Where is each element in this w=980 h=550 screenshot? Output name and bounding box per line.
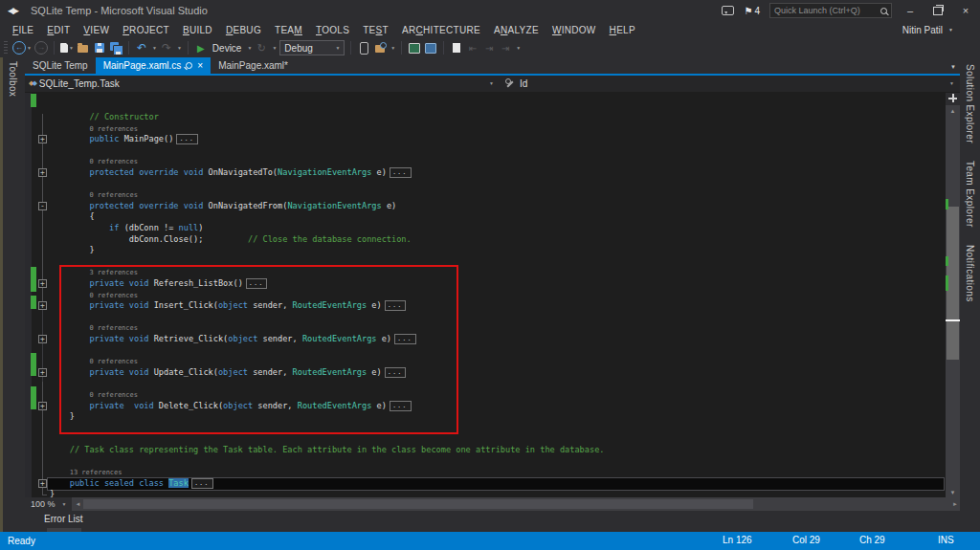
scroll-left-icon[interactable]: ◄ bbox=[72, 501, 80, 507]
vertical-scrollbar[interactable]: ▲ ▼ bbox=[946, 93, 960, 497]
zoom-select[interactable]: 100 % ▼ bbox=[25, 499, 72, 509]
fold-toggle-icon[interactable]: + bbox=[38, 279, 47, 288]
pin-icon[interactable] bbox=[186, 62, 192, 69]
tab-sqlite-temp[interactable]: SQLite Temp bbox=[25, 57, 96, 74]
find-in-files-icon[interactable] bbox=[375, 45, 385, 53]
code-line[interactable]: if (dbConn != null) bbox=[50, 223, 203, 234]
toolbar-overflow-icon[interactable]: ▼ bbox=[516, 45, 521, 51]
chevron-down-icon[interactable]: ▼ bbox=[272, 45, 277, 51]
navigate-backward-icon[interactable]: ← bbox=[12, 41, 26, 55]
menu-item[interactable]: VIEW bbox=[77, 23, 116, 37]
menu-item[interactable]: EDIT bbox=[40, 23, 77, 37]
code-line[interactable]: 0 references bbox=[50, 156, 138, 167]
close-button[interactable]: × bbox=[957, 5, 974, 16]
quick-launch-input[interactable]: Quick Launch (Ctrl+Q) bbox=[769, 3, 892, 18]
fold-toggle-icon[interactable]: + bbox=[38, 168, 47, 177]
document-list-dropdown-icon[interactable]: ▼ bbox=[950, 64, 956, 70]
start-debug-icon[interactable]: ▶ bbox=[194, 40, 208, 55]
redo-icon[interactable]: ↷ bbox=[160, 40, 173, 55]
open-file-icon[interactable] bbox=[78, 45, 88, 53]
sidebar-tab-solution-explorer[interactable]: Solution Explorer bbox=[960, 60, 980, 147]
collapsed-region-box[interactable]: ... bbox=[191, 478, 213, 489]
code-line[interactable]: public sealed class Task... bbox=[50, 478, 213, 490]
save-all-icon[interactable] bbox=[110, 42, 122, 54]
restore-button[interactable] bbox=[933, 7, 943, 15]
menu-item[interactable]: WINDOW bbox=[546, 23, 603, 37]
comment-icon[interactable] bbox=[409, 43, 420, 54]
navigate-forward-icon[interactable]: → bbox=[34, 41, 48, 55]
close-tab-icon[interactable]: × bbox=[197, 61, 203, 71]
menu-item[interactable]: ANALYZE bbox=[487, 23, 546, 37]
menu-item[interactable]: TOOLS bbox=[309, 23, 356, 37]
chevron-down-icon[interactable]: ▼ bbox=[247, 45, 252, 51]
toolbar-overflow-icon[interactable]: ▼ bbox=[390, 45, 395, 51]
code-line[interactable]: { bbox=[50, 211, 95, 223]
chevron-down-icon[interactable]: ▼ bbox=[27, 45, 32, 51]
save-icon[interactable] bbox=[95, 43, 104, 53]
toolbar-grip[interactable] bbox=[4, 41, 8, 55]
menu-item[interactable]: FILE bbox=[6, 23, 40, 37]
collapsed-region-box[interactable]: ... bbox=[176, 134, 198, 144]
menu-item[interactable]: TEST bbox=[356, 23, 395, 37]
fold-toggle-icon[interactable]: + bbox=[38, 335, 47, 343]
code-line[interactable]: 0 references bbox=[50, 123, 138, 135]
menu-item[interactable]: TEAM bbox=[268, 23, 309, 37]
collapsed-region-box[interactable]: ... bbox=[390, 167, 412, 178]
code-line[interactable]: protected override void OnNavigatedTo(Na… bbox=[50, 167, 412, 179]
error-list-title[interactable]: Error List bbox=[44, 514, 83, 524]
sidebar-tab-toolbox[interactable]: Toolbox bbox=[3, 57, 23, 100]
code-editor[interactable]: // Constructor 0 references public MainP… bbox=[25, 93, 960, 497]
scroll-right-icon[interactable]: ► bbox=[952, 501, 958, 507]
menu-item[interactable]: DEBUG bbox=[219, 23, 268, 37]
code-line[interactable]: 13 references bbox=[50, 467, 122, 478]
uncomment-icon[interactable] bbox=[425, 43, 436, 54]
fold-toggle-icon[interactable]: + bbox=[38, 479, 47, 488]
scroll-up-icon[interactable]: ▲ bbox=[946, 105, 960, 117]
next-bookmark-icon[interactable]: ⇥ bbox=[482, 40, 496, 55]
bookmark-icon[interactable] bbox=[453, 43, 460, 53]
tab-mainpage-xaml[interactable]: MainPage.xaml* bbox=[211, 57, 296, 74]
menu-item[interactable]: PROJECT bbox=[116, 23, 176, 37]
code-line[interactable]: // Constructor bbox=[50, 112, 159, 123]
scrollbar-thumb[interactable] bbox=[83, 499, 753, 509]
refresh-icon[interactable]: ↻ bbox=[255, 40, 268, 55]
code-line[interactable]: dbConn.Close(); // Close the database co… bbox=[50, 234, 412, 246]
sidebar-tab-team-explorer[interactable]: Team Explorer bbox=[960, 157, 980, 231]
fold-toggle-icon[interactable]: + bbox=[38, 135, 47, 143]
solution-configuration-select[interactable]: Debug ▼ bbox=[279, 40, 345, 55]
class-dropdown[interactable]: ◆◆ SQLite_Temp.Task ▼ bbox=[25, 76, 500, 92]
code-line[interactable]: // Task class representing the Task tabl… bbox=[50, 445, 604, 456]
menu-item[interactable]: HELP bbox=[603, 23, 642, 37]
code-line[interactable]: } bbox=[50, 245, 95, 256]
chevron-down-icon[interactable]: ▼ bbox=[69, 45, 74, 51]
code-line[interactable]: protected override void OnNavigatedFrom(… bbox=[50, 201, 396, 212]
change-bar bbox=[31, 296, 36, 309]
menu-item[interactable]: BUILD bbox=[176, 23, 219, 37]
splitter-handle-icon[interactable] bbox=[946, 93, 960, 105]
user-account-menu[interactable]: Nitin Patil ▼ bbox=[902, 25, 953, 35]
notifications-flag[interactable]: ⚑ 4 bbox=[744, 6, 760, 16]
tab-mainpage-xaml-cs[interactable]: MainPage.xaml.cs × bbox=[96, 57, 212, 74]
fold-toggle-icon[interactable]: + bbox=[38, 402, 47, 410]
undo-icon[interactable]: ↶ bbox=[135, 40, 148, 55]
new-item-icon[interactable] bbox=[60, 43, 68, 53]
fold-toggle-icon[interactable]: + bbox=[38, 368, 47, 377]
minimize-button[interactable]: – bbox=[902, 5, 919, 16]
feedback-icon[interactable] bbox=[722, 6, 734, 15]
chevron-down-icon[interactable]: ▼ bbox=[152, 45, 157, 51]
chevron-down-icon[interactable]: ▼ bbox=[177, 45, 182, 51]
menu-item[interactable]: ARCHITECTURE bbox=[395, 23, 487, 37]
fold-toggle-icon[interactable]: + bbox=[38, 301, 47, 310]
horizontal-scrollbar[interactable]: ◄ ► bbox=[72, 497, 960, 511]
code-line[interactable]: } bbox=[50, 489, 55, 497]
scroll-down-icon[interactable]: ▼ bbox=[946, 487, 960, 497]
device-emulator-icon[interactable] bbox=[360, 42, 368, 55]
code-line[interactable]: 0 references bbox=[50, 189, 138, 201]
previous-bookmark-icon[interactable]: ⇤ bbox=[466, 40, 479, 55]
member-dropdown[interactable]: Id ▼ bbox=[500, 76, 960, 92]
sidebar-tab-notifications[interactable]: Notifications bbox=[960, 241, 980, 306]
fold-toggle-icon[interactable]: - bbox=[38, 202, 47, 210]
device-target-label[interactable]: Device bbox=[212, 43, 242, 54]
code-line[interactable]: public MainPage()... bbox=[50, 134, 198, 145]
clear-bookmarks-icon[interactable]: ⇥ bbox=[499, 40, 512, 55]
